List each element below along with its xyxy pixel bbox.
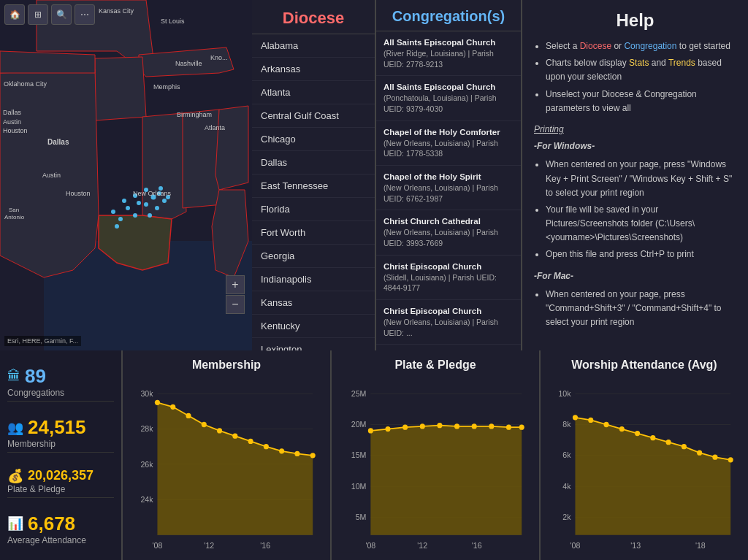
attendance-label: Average Attendance [7,535,86,545]
svg-point-20 [118,217,123,221]
mac-title: -For Mac- [534,269,736,283]
svg-point-83 [402,425,408,430]
congregation-item-2[interactable]: Chapel of the Holy Comforter(New Orleans… [376,121,521,166]
congregation-detail-4: (New Orleans, Louisiana) | Parish UEID: … [383,227,514,248]
attendance-icon: 📊 [7,515,23,532]
svg-point-28 [115,224,119,229]
congregation-item-1[interactable]: All Saints Episcopal Church(Ponchatoula,… [376,76,521,120]
congregation-header: Congregation(s) [376,0,521,31]
svg-text:Kansas City: Kansas City [99,7,134,15]
svg-point-106 [573,415,578,420]
diocese-item-kentucky[interactable]: Kentucky [252,315,375,338]
svg-text:30k: 30k [140,389,153,398]
svg-point-54 [155,400,160,405]
svg-text:26k: 26k [140,460,153,469]
diocese-item-indianapolis[interactable]: Indianapolis [252,268,375,291]
diocese-item-central-gulf-coast[interactable]: Central Gulf Coast [252,104,375,128]
svg-point-64 [310,453,316,458]
svg-point-89 [506,425,511,430]
diocese-item-east-tennessee[interactable]: East Tennessee [252,174,375,198]
svg-point-115 [712,455,717,460]
svg-point-82 [385,426,390,431]
help-header: Help [534,10,736,31]
svg-point-55 [170,404,175,410]
svg-marker-7 [215,106,248,190]
map-label-austin: Austin [3,118,28,127]
diocese-item-florida[interactable]: Florida [252,198,375,221]
svg-point-110 [635,431,640,436]
svg-text:28k: 28k [140,424,153,433]
svg-text:Houston: Houston [66,190,91,197]
diocese-item-alabama[interactable]: Alabama [252,34,375,58]
help-content: Select a Diocese or Congregation to get … [534,39,736,329]
diocese-item-kansas[interactable]: Kansas [252,291,375,315]
congregation-name-6: Christ Episcopal Church [383,306,514,317]
svg-point-87 [472,423,477,429]
congregation-item-3[interactable]: Chapel of the Holy Spirit(New Orleans, L… [376,166,521,210]
congregation-detail-3: (New Orleans, Louisiana) | Parish UEID: … [383,183,514,204]
svg-text:Dallas: Dallas [47,138,69,146]
congregation-detail-1: (Ponchatoula, Louisiana) | Parish UEID: … [383,93,514,114]
windows-title: -For Windows- [534,139,736,153]
svg-text:San: San [9,207,19,213]
plate-label: Plate & Pledge [7,484,65,494]
svg-point-14 [155,206,159,210]
membership-chart-panel: Membership 30k 28k 26k 24k [123,350,332,560]
diocese-item-lexington[interactable]: Lexington [252,338,375,350]
svg-text:10M: 10M [351,482,367,491]
svg-text:'16: '16 [260,541,270,550]
diocese-item-georgia[interactable]: Georgia [252,245,375,268]
svg-text:'08: '08 [570,541,581,550]
plate-chart-area: 25M 20M 15M 10M 5M '08 '12 [340,376,530,553]
map-label-dallas: Dallas [3,108,28,118]
diocese-item-fort-worth[interactable]: Fort Worth [252,221,375,245]
svg-text:2k: 2k [562,513,571,521]
congregation-item-0[interactable]: All Saints Episcopal Church(River Ridge,… [376,31,521,76]
diocese-item-dallas[interactable]: Dallas [252,151,375,174]
plate-chart-title: Plate & Pledge [340,358,530,372]
svg-text:4k: 4k [562,482,571,491]
map-zoom-out[interactable]: − [226,295,245,314]
membership-chart-title: Membership [131,358,321,372]
svg-text:'12: '12 [204,541,214,550]
worship-chart-panel: Worship Attendance (Avg) 10k 8k 6k 4k 2k [541,350,748,560]
help-panel: Help Select a Diocese or Congregation to… [522,0,748,350]
svg-point-18 [126,206,130,210]
worship-chart-area: 10k 8k 6k 4k 2k '08 [549,376,739,553]
attendance-value: 6,678 [28,513,75,535]
membership-chart-area: 30k 28k 26k 24k [131,376,321,553]
svg-text:24k: 24k [140,495,153,504]
plate-chart-panel: Plate & Pledge 25M 20M 15M 10M 5M [332,350,541,560]
congregation-detail-5: (Slidell, Louisiana) | Parish UEID: 4844… [383,272,514,294]
svg-text:'12: '12 [417,541,427,550]
svg-text:'16: '16 [472,541,482,550]
map-zoom-in[interactable]: + [226,275,245,294]
congregations-icon: 🏛 [7,369,20,384]
diocese-item-arkansas[interactable]: Arkansas [252,58,375,81]
congregation-item-5[interactable]: Christ Episcopal Church(Slidell, Louisia… [376,256,521,300]
svg-text:Kno...: Kno... [210,54,228,61]
svg-point-108 [603,422,608,427]
diocese-item-atlanta[interactable]: Atlanta [252,81,375,104]
svg-point-21 [111,210,115,214]
map-more-btn[interactable]: ⋯ [75,4,95,25]
svg-text:New Orleans: New Orleans [133,190,172,197]
congregation-name-1: All Saints Episcopal Church [383,82,514,93]
congregation-item-6[interactable]: Christ Episcopal Church(New Orleans, Lou… [376,300,521,345]
map-search-btn[interactable]: 🔍 [51,4,72,25]
svg-text:Atlanta: Atlanta [205,124,225,131]
svg-text:25M: 25M [351,389,367,398]
svg-text:Birmingham: Birmingham [177,111,212,118]
congregation-detail-2: (New Orleans, Louisiana) | Parish UEID: … [383,138,514,159]
map-panel: 🏠 ⊞ 🔍 ⋯ [0,0,252,350]
map-home-btn[interactable]: 🏠 [4,4,25,25]
svg-point-17 [137,201,141,205]
svg-point-81 [368,429,373,434]
map-layers-btn[interactable]: ⊞ [28,4,48,25]
diocese-item-chicago[interactable]: Chicago [252,128,375,151]
svg-text:'08: '08 [365,541,375,550]
print-title: Printing [534,123,736,137]
svg-marker-80 [370,426,522,535]
plate-value: 20,026,357 [28,468,94,483]
congregation-item-4[interactable]: Christ Church Cathedral(New Orleans, Lou… [376,210,521,255]
